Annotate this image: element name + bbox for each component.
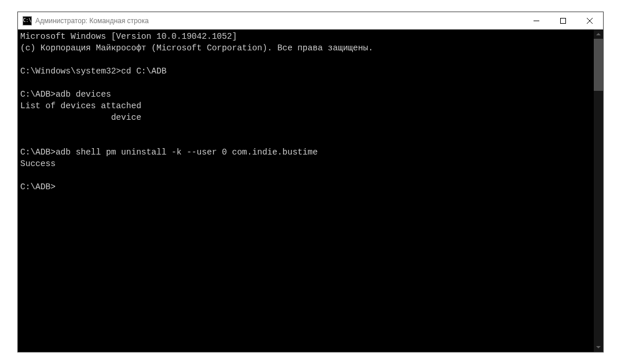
maximize-button[interactable]	[550, 12, 576, 29]
window-controls	[523, 12, 603, 29]
terminal-line	[20, 170, 591, 181]
terminal-line: C:\Windows\system32>cd C:\ADB	[20, 65, 591, 77]
chevron-down-icon	[596, 346, 601, 348]
command-prompt-window: C:\ Администратор: Командная строка Micr…	[17, 12, 604, 352]
svg-marker-4	[596, 33, 601, 35]
scroll-down-button[interactable]	[594, 343, 603, 352]
app-icon: C:\	[23, 16, 32, 25]
terminal-output[interactable]: Microsoft Windows [Version 10.0.19042.10…	[18, 30, 594, 352]
terminal-line: device	[20, 112, 591, 123]
vertical-scrollbar[interactable]	[594, 30, 603, 352]
terminal-line	[20, 123, 591, 135]
terminal-area: Microsoft Windows [Version 10.0.19042.10…	[18, 30, 603, 352]
svg-marker-5	[596, 346, 601, 348]
terminal-line: C:\ADB>adb devices	[20, 89, 591, 100]
window-title: Администратор: Командная строка	[35, 17, 523, 25]
terminal-line	[20, 135, 591, 146]
minimize-icon	[534, 18, 539, 24]
scroll-up-button[interactable]	[594, 30, 603, 39]
maximize-icon	[560, 18, 566, 24]
titlebar[interactable]: C:\ Администратор: Командная строка	[18, 12, 603, 30]
terminal-line: (c) Корпорация Майкрософт (Microsoft Cor…	[20, 42, 591, 54]
scrollbar-track[interactable]	[594, 39, 603, 343]
terminal-line: C:\ADB>	[20, 181, 591, 193]
terminal-line: Microsoft Windows [Version 10.0.19042.10…	[20, 31, 591, 42]
close-icon	[587, 18, 593, 24]
close-button[interactable]	[576, 12, 603, 29]
terminal-line: List of devices attached	[20, 100, 591, 112]
scrollbar-thumb[interactable]	[594, 39, 603, 91]
chevron-up-icon	[596, 33, 601, 35]
terminal-line: C:\ADB>adb shell pm uninstall -k --user …	[20, 146, 591, 158]
terminal-line	[20, 77, 591, 89]
minimize-button[interactable]	[523, 12, 550, 29]
svg-rect-1	[561, 18, 566, 23]
terminal-line	[20, 54, 591, 65]
terminal-line: Success	[20, 158, 591, 170]
